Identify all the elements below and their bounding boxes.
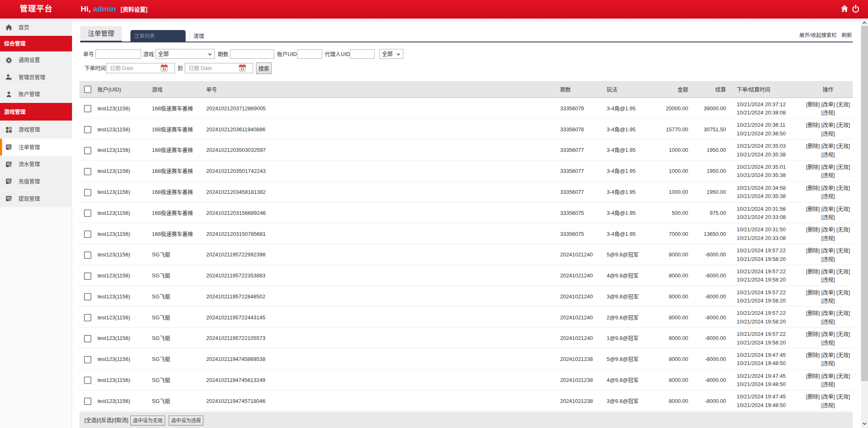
svg-text:31: 31 (163, 67, 166, 71)
svg-text:31: 31 (241, 67, 244, 71)
